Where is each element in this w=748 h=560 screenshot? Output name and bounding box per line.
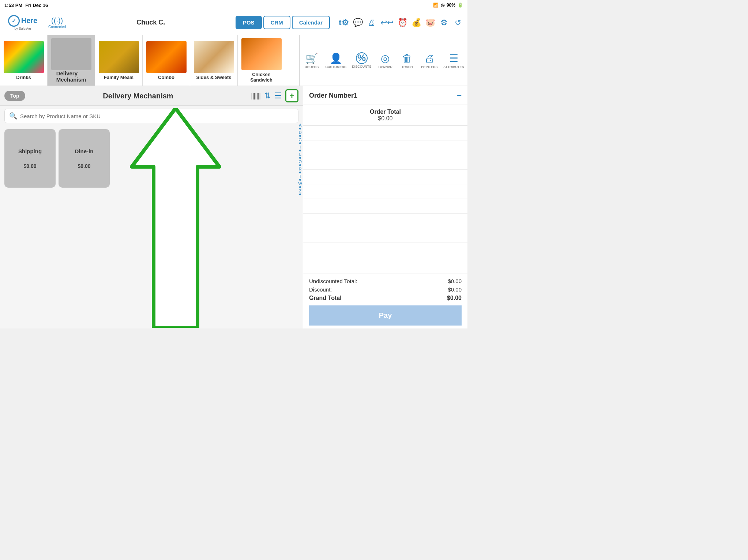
chat-button[interactable]: 💬 bbox=[353, 18, 363, 27]
t-settings-button[interactable]: t⚙ bbox=[339, 18, 349, 27]
search-input[interactable] bbox=[20, 113, 294, 119]
alarm-icon: ⏰ bbox=[398, 18, 407, 27]
product-shipping-price: $0.00 bbox=[23, 163, 36, 169]
logo-circle: ✓ bbox=[8, 15, 20, 27]
category-drinks[interactable]: Drinks bbox=[0, 35, 48, 86]
pos-button[interactable]: POS bbox=[236, 16, 262, 29]
alpha-w[interactable]: W bbox=[298, 181, 302, 188]
product-shipping[interactable]: Shipping $0.00 bbox=[4, 129, 56, 188]
section-icons: ||||||| ⇅ ☰ + bbox=[251, 89, 298, 102]
order-row-3 bbox=[303, 155, 467, 170]
category-family-meals[interactable]: Family Meals bbox=[95, 35, 143, 86]
delivery-mechanism-label: DeliveryMechanism bbox=[56, 70, 86, 83]
alpha-z[interactable]: Z bbox=[299, 189, 301, 195]
undiscounted-label: Undiscounted Total: bbox=[309, 278, 357, 284]
alpha-g[interactable]: G bbox=[299, 138, 302, 144]
order-minimize-button[interactable]: − bbox=[457, 91, 462, 100]
search-bar: 🔍 bbox=[4, 109, 298, 123]
printers-icon-col[interactable]: 🖨 PRINTERS bbox=[422, 52, 437, 69]
alpha-i[interactable]: I bbox=[299, 145, 301, 151]
orders-icon-col[interactable]: 🛒 ORDERS bbox=[304, 52, 319, 69]
discounts-icon: % bbox=[356, 52, 368, 64]
alpha-d[interactable]: D bbox=[299, 130, 302, 137]
customers-icon-col[interactable]: 👤 CUSTOMERS bbox=[326, 52, 345, 69]
order-header: Order Number1 − bbox=[303, 86, 467, 105]
location-icon: ◎ bbox=[441, 3, 444, 8]
wifi-icon: ((·)) bbox=[51, 16, 63, 25]
discount-value: $0.00 bbox=[448, 286, 462, 293]
piggy-button[interactable]: 🐷 bbox=[425, 18, 435, 27]
section-header: Top Delivery Mechanism ||||||| ⇅ ☰ + bbox=[0, 86, 303, 106]
connected-label: Connected bbox=[48, 25, 66, 29]
settings-button[interactable]: ⚙ bbox=[439, 18, 449, 27]
header: ✓ Here by SalesVu ((·)) Connected Chuck … bbox=[0, 10, 467, 35]
product-grid: Shipping $0.00 Dine-in $0.00 bbox=[0, 126, 303, 191]
refresh-button[interactable]: ↺ bbox=[453, 18, 463, 27]
discounts-icon-col[interactable]: % DISCOUNTS bbox=[353, 52, 370, 68]
customers-icon: 👤 bbox=[330, 52, 342, 64]
logo-sub: by SalesVu bbox=[14, 27, 31, 30]
wallet-icon: 💰 bbox=[411, 18, 421, 27]
calendar-button[interactable]: Calendar bbox=[292, 16, 330, 29]
product-dine-in-name: Dine-in bbox=[75, 148, 94, 154]
refresh-icon: ↺ bbox=[455, 18, 461, 27]
trash-icon-col[interactable]: 🗑 TRASH bbox=[400, 52, 414, 69]
product-dine-in-price: $0.00 bbox=[78, 163, 90, 169]
alpha-t[interactable]: T bbox=[299, 174, 301, 181]
wallet-button[interactable]: 💰 bbox=[411, 18, 421, 27]
grand-total-row: Grand Total $0.00 bbox=[309, 294, 462, 302]
grand-total-label: Grand Total bbox=[309, 295, 342, 301]
top-button[interactable]: Top bbox=[4, 91, 25, 101]
undo-icon: ↩↩ bbox=[380, 18, 394, 27]
chicken-sandwich-label: ChickenSandwich bbox=[250, 72, 272, 83]
drinks-label: Drinks bbox=[16, 75, 31, 80]
main-area: Top Delivery Mechanism ||||||| ⇅ ☰ + 🔍 S… bbox=[0, 86, 467, 328]
pay-button[interactable]: Pay bbox=[309, 305, 462, 326]
order-row-6 bbox=[303, 199, 467, 214]
order-row-7 bbox=[303, 214, 467, 228]
alpha-l[interactable]: L bbox=[299, 152, 301, 159]
sort-icon[interactable]: ⇅ bbox=[264, 91, 271, 101]
townvu-icon-col[interactable]: ◎ TOWNVU bbox=[378, 52, 392, 69]
product-dine-in[interactable]: Dine-in $0.00 bbox=[59, 129, 110, 188]
user-name: Chuck C. bbox=[70, 19, 231, 26]
status-bar: 1:53 PM Fri Dec 16 📶 ◎ 98% 🔋 bbox=[0, 0, 467, 10]
logo-area: ✓ Here by SalesVu bbox=[4, 15, 41, 30]
order-total-section: Order Total $0.00 bbox=[303, 105, 467, 126]
undo-button[interactable]: ↩↩ bbox=[380, 18, 394, 27]
attributes-icon: ☰ bbox=[449, 52, 458, 64]
trash-icon: 🗑 bbox=[402, 52, 412, 64]
alpha-o[interactable]: O bbox=[299, 159, 302, 166]
order-items-list bbox=[303, 126, 467, 274]
piggy-icon: 🐷 bbox=[425, 18, 435, 27]
alarm-button[interactable]: ⏰ bbox=[397, 18, 407, 27]
attributes-icon-col[interactable]: ☰ ATTRIBUTES bbox=[444, 52, 463, 69]
order-footer: Undiscounted Total: $0.00 Discount: $0.0… bbox=[303, 274, 467, 328]
category-combo[interactable]: Combo bbox=[143, 35, 190, 86]
top-icons: t⚙ 💬 🖨 ↩↩ ⏰ 💰 🐷 ⚙ ↺ bbox=[339, 18, 463, 27]
order-total-label: Order Total bbox=[309, 109, 462, 115]
alpha-a[interactable]: A bbox=[299, 123, 301, 129]
grand-total-value: $0.00 bbox=[447, 295, 462, 301]
register-button[interactable]: 🖨 bbox=[367, 18, 377, 27]
battery-display: 98% bbox=[447, 3, 455, 8]
undiscounted-total-row: Undiscounted Total: $0.00 bbox=[309, 277, 462, 285]
category-chicken-sandwich[interactable]: ChickenSandwich bbox=[238, 35, 285, 86]
order-title: Order Number1 bbox=[309, 92, 357, 99]
time-display: 1:53 PM bbox=[4, 3, 22, 8]
orders-icon: 🛒 bbox=[305, 52, 318, 64]
family-meals-label: Family Meals bbox=[104, 75, 134, 80]
order-row-4 bbox=[303, 170, 467, 184]
crm-button[interactable]: CRM bbox=[263, 16, 290, 29]
menu-icon[interactable]: ☰ bbox=[274, 91, 282, 101]
search-icon: 🔍 bbox=[9, 112, 17, 120]
townvu-icon: ◎ bbox=[381, 52, 390, 64]
townvu-label: TOWNVU bbox=[378, 65, 392, 69]
category-delivery-mechanism[interactable]: DeliveryMechanism bbox=[48, 35, 95, 86]
category-sides-sweets[interactable]: Sides & Sweets bbox=[190, 35, 238, 86]
alpha-r[interactable]: R bbox=[299, 167, 302, 173]
order-row-8 bbox=[303, 228, 467, 243]
sides-sweets-label: Sides & Sweets bbox=[196, 75, 231, 80]
register-icon: 🖨 bbox=[368, 18, 376, 27]
add-product-button[interactable]: + bbox=[285, 89, 298, 102]
